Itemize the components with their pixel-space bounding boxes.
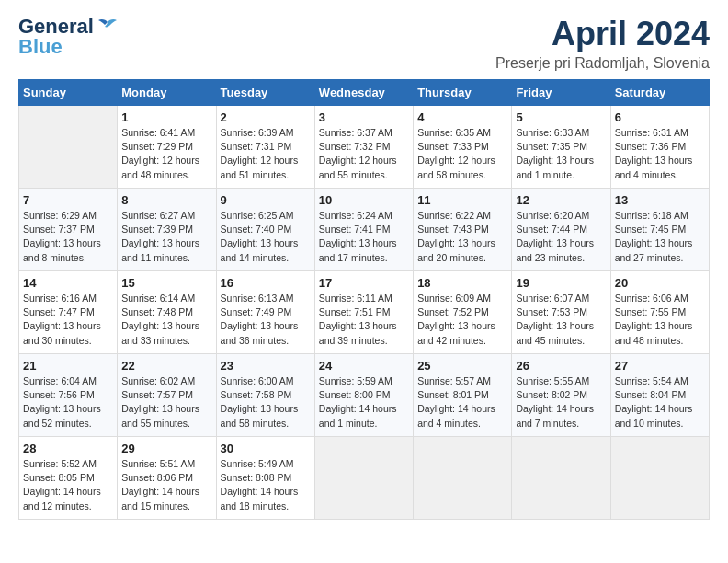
day-number: 17 bbox=[319, 276, 409, 290]
day-number: 26 bbox=[516, 359, 606, 373]
calendar-cell: 2Sunrise: 6:39 AMSunset: 7:31 PMDaylight… bbox=[216, 106, 314, 189]
calendar-cell: 21Sunrise: 6:04 AMSunset: 7:56 PMDayligh… bbox=[19, 354, 118, 437]
day-info: Sunrise: 6:02 AMSunset: 7:57 PMDaylight:… bbox=[121, 374, 211, 431]
day-number: 15 bbox=[121, 276, 211, 290]
page-header: General Blue April 2024 Preserje pri Rad… bbox=[18, 15, 710, 72]
day-number: 4 bbox=[417, 110, 507, 124]
calendar-cell: 30Sunrise: 5:49 AMSunset: 8:08 PMDayligh… bbox=[216, 437, 314, 520]
weekday-header: Friday bbox=[512, 80, 610, 106]
day-info: Sunrise: 6:06 AMSunset: 7:55 PMDaylight:… bbox=[615, 292, 705, 348]
calendar-header-row: SundayMondayTuesdayWednesdayThursdayFrid… bbox=[19, 80, 710, 106]
day-number: 8 bbox=[121, 193, 211, 207]
weekday-header: Monday bbox=[118, 80, 216, 106]
calendar-cell: 12Sunrise: 6:20 AMSunset: 7:44 PMDayligh… bbox=[512, 189, 610, 271]
day-info: Sunrise: 6:41 AMSunset: 7:29 PMDaylight:… bbox=[121, 126, 211, 182]
calendar-cell: 3Sunrise: 6:37 AMSunset: 7:32 PMDaylight… bbox=[314, 106, 413, 189]
calendar-cell: 18Sunrise: 6:09 AMSunset: 7:52 PMDayligh… bbox=[414, 271, 512, 354]
calendar-cell: 24Sunrise: 5:59 AMSunset: 8:00 PMDayligh… bbox=[314, 354, 413, 437]
calendar-week-row: 14Sunrise: 6:16 AMSunset: 7:47 PMDayligh… bbox=[19, 271, 710, 354]
weekday-header: Saturday bbox=[610, 80, 709, 106]
day-info: Sunrise: 6:00 AMSunset: 7:58 PMDaylight:… bbox=[221, 374, 311, 431]
day-number: 24 bbox=[319, 359, 409, 373]
day-info: Sunrise: 5:52 AMSunset: 8:05 PMDaylight:… bbox=[23, 457, 113, 513]
day-number: 27 bbox=[615, 359, 705, 373]
day-number: 21 bbox=[23, 359, 113, 373]
calendar-cell: 1Sunrise: 6:41 AMSunset: 7:29 PMDaylight… bbox=[118, 106, 216, 189]
day-info: Sunrise: 6:27 AMSunset: 7:39 PMDaylight:… bbox=[121, 209, 211, 265]
day-number: 25 bbox=[417, 359, 507, 373]
day-number: 19 bbox=[516, 276, 606, 290]
calendar-cell: 25Sunrise: 5:57 AMSunset: 8:01 PMDayligh… bbox=[414, 354, 512, 437]
day-info: Sunrise: 6:04 AMSunset: 7:56 PMDaylight:… bbox=[23, 374, 113, 431]
day-info: Sunrise: 6:22 AMSunset: 7:43 PMDaylight:… bbox=[417, 209, 507, 265]
calendar-cell bbox=[314, 437, 413, 520]
day-number: 1 bbox=[121, 110, 211, 124]
calendar-cell: 19Sunrise: 6:07 AMSunset: 7:53 PMDayligh… bbox=[512, 271, 610, 354]
day-info: Sunrise: 6:33 AMSunset: 7:35 PMDaylight:… bbox=[516, 126, 606, 182]
day-info: Sunrise: 5:51 AMSunset: 8:06 PMDaylight:… bbox=[121, 457, 211, 513]
weekday-header: Tuesday bbox=[216, 80, 314, 106]
calendar-cell: 17Sunrise: 6:11 AMSunset: 7:51 PMDayligh… bbox=[314, 271, 413, 354]
day-info: Sunrise: 6:13 AMSunset: 7:49 PMDaylight:… bbox=[221, 292, 311, 348]
day-number: 7 bbox=[23, 193, 113, 207]
weekday-header: Thursday bbox=[414, 80, 512, 106]
calendar-week-row: 7Sunrise: 6:29 AMSunset: 7:37 PMDaylight… bbox=[19, 189, 710, 271]
calendar-cell: 20Sunrise: 6:06 AMSunset: 7:55 PMDayligh… bbox=[610, 271, 709, 354]
day-number: 28 bbox=[23, 442, 113, 455]
logo-blue: Blue bbox=[18, 35, 63, 59]
calendar-cell: 28Sunrise: 5:52 AMSunset: 8:05 PMDayligh… bbox=[19, 437, 118, 520]
calendar-cell bbox=[414, 437, 512, 520]
day-number: 9 bbox=[221, 193, 311, 207]
day-number: 30 bbox=[221, 442, 311, 455]
day-number: 22 bbox=[121, 359, 211, 373]
day-info: Sunrise: 6:29 AMSunset: 7:37 PMDaylight:… bbox=[23, 209, 113, 265]
calendar-cell: 23Sunrise: 6:00 AMSunset: 7:58 PMDayligh… bbox=[216, 354, 314, 437]
day-info: Sunrise: 6:35 AMSunset: 7:33 PMDaylight:… bbox=[417, 126, 507, 182]
calendar-cell: 9Sunrise: 6:25 AMSunset: 7:40 PMDaylight… bbox=[216, 189, 314, 271]
calendar-cell: 11Sunrise: 6:22 AMSunset: 7:43 PMDayligh… bbox=[414, 189, 512, 271]
calendar-cell: 27Sunrise: 5:54 AMSunset: 8:04 PMDayligh… bbox=[610, 354, 709, 437]
calendar-cell: 14Sunrise: 6:16 AMSunset: 7:47 PMDayligh… bbox=[19, 271, 118, 354]
weekday-header: Wednesday bbox=[314, 80, 413, 106]
calendar-cell: 29Sunrise: 5:51 AMSunset: 8:06 PMDayligh… bbox=[118, 437, 216, 520]
calendar-cell: 5Sunrise: 6:33 AMSunset: 7:35 PMDaylight… bbox=[512, 106, 610, 189]
calendar-cell: 4Sunrise: 6:35 AMSunset: 7:33 PMDaylight… bbox=[414, 106, 512, 189]
calendar-cell: 26Sunrise: 5:55 AMSunset: 8:02 PMDayligh… bbox=[512, 354, 610, 437]
day-info: Sunrise: 6:24 AMSunset: 7:41 PMDaylight:… bbox=[319, 209, 409, 265]
logo: General Blue bbox=[18, 15, 118, 59]
day-number: 23 bbox=[221, 359, 311, 373]
day-info: Sunrise: 6:07 AMSunset: 7:53 PMDaylight:… bbox=[516, 292, 606, 348]
day-number: 5 bbox=[516, 110, 606, 124]
day-info: Sunrise: 6:25 AMSunset: 7:40 PMDaylight:… bbox=[221, 209, 311, 265]
logo-bird-icon bbox=[97, 18, 118, 35]
day-info: Sunrise: 5:59 AMSunset: 8:00 PMDaylight:… bbox=[319, 374, 409, 431]
day-info: Sunrise: 6:11 AMSunset: 7:51 PMDaylight:… bbox=[319, 292, 409, 348]
calendar-cell: 10Sunrise: 6:24 AMSunset: 7:41 PMDayligh… bbox=[314, 189, 413, 271]
calendar-cell: 22Sunrise: 6:02 AMSunset: 7:57 PMDayligh… bbox=[118, 354, 216, 437]
day-number: 11 bbox=[417, 193, 507, 207]
day-info: Sunrise: 5:49 AMSunset: 8:08 PMDaylight:… bbox=[221, 457, 311, 513]
day-info: Sunrise: 5:54 AMSunset: 8:04 PMDaylight:… bbox=[615, 374, 705, 431]
day-number: 14 bbox=[23, 276, 113, 290]
calendar-cell: 13Sunrise: 6:18 AMSunset: 7:45 PMDayligh… bbox=[610, 189, 709, 271]
calendar-cell bbox=[19, 106, 118, 189]
day-info: Sunrise: 5:57 AMSunset: 8:01 PMDaylight:… bbox=[417, 374, 507, 431]
day-info: Sunrise: 6:18 AMSunset: 7:45 PMDaylight:… bbox=[615, 209, 705, 265]
day-number: 29 bbox=[121, 442, 211, 455]
day-number: 2 bbox=[221, 110, 311, 124]
day-number: 16 bbox=[221, 276, 311, 290]
day-number: 20 bbox=[615, 276, 705, 290]
calendar-cell: 7Sunrise: 6:29 AMSunset: 7:37 PMDaylight… bbox=[19, 189, 118, 271]
day-info: Sunrise: 6:39 AMSunset: 7:31 PMDaylight:… bbox=[221, 126, 311, 182]
calendar-week-row: 1Sunrise: 6:41 AMSunset: 7:29 PMDaylight… bbox=[19, 106, 710, 189]
day-info: Sunrise: 6:37 AMSunset: 7:32 PMDaylight:… bbox=[319, 126, 409, 182]
calendar-cell bbox=[610, 437, 709, 520]
day-number: 13 bbox=[615, 193, 705, 207]
day-info: Sunrise: 6:16 AMSunset: 7:47 PMDaylight:… bbox=[23, 292, 113, 348]
title-area: April 2024 Preserje pri Radomljah, Slove… bbox=[495, 15, 710, 72]
day-number: 3 bbox=[319, 110, 409, 124]
calendar-cell: 16Sunrise: 6:13 AMSunset: 7:49 PMDayligh… bbox=[216, 271, 314, 354]
day-info: Sunrise: 6:09 AMSunset: 7:52 PMDaylight:… bbox=[417, 292, 507, 348]
calendar-cell bbox=[512, 437, 610, 520]
calendar-cell: 6Sunrise: 6:31 AMSunset: 7:36 PMDaylight… bbox=[610, 106, 709, 189]
